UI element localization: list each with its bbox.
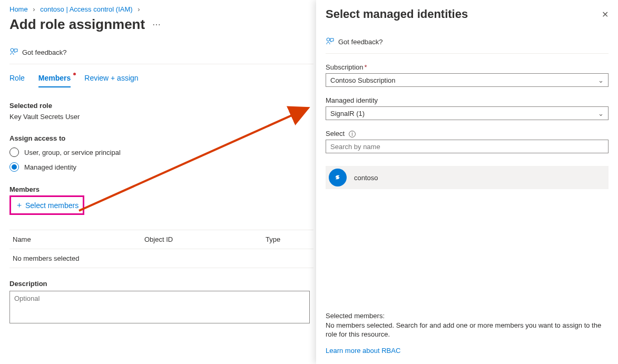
radio-principal-label: User, group, or service principal	[24, 149, 121, 156]
chevron-down-icon: ⌄	[598, 76, 604, 84]
panel-feedback-link[interactable]: Got feedback?	[326, 37, 609, 54]
tab-members[interactable]: Members	[38, 74, 71, 87]
feedback-icon	[9, 47, 18, 57]
chevron-right-icon: ›	[138, 5, 140, 13]
feedback-icon	[326, 37, 334, 47]
description-input[interactable]	[9, 291, 310, 323]
subscription-label: Subscription*	[326, 63, 609, 71]
description-label: Description	[9, 280, 313, 288]
col-type: Type	[266, 235, 310, 243]
tab-review[interactable]: Review + assign	[84, 74, 138, 87]
managed-identity-value: SignalR (1)	[330, 110, 365, 117]
tabs: Role Members Review + assign	[9, 74, 313, 88]
subscription-value: Contoso Subscription	[330, 76, 396, 84]
breadcrumb-item[interactable]: contoso | Access control (IAM)	[40, 5, 132, 13]
selected-role-label: Selected role	[9, 102, 313, 110]
radio-principal[interactable]: User, group, or service principal	[9, 147, 313, 157]
col-name: Name	[13, 235, 144, 243]
info-icon[interactable]: i	[349, 131, 356, 137]
selected-members-header: Selected members:	[326, 312, 609, 320]
close-icon[interactable]: ✕	[602, 9, 609, 19]
radio-mi-label: Managed identity	[24, 163, 76, 171]
learn-more-link[interactable]: Learn more about RBAC	[326, 347, 400, 355]
radio-icon	[9, 147, 19, 157]
svg-point-2	[327, 38, 330, 41]
selected-members-msg: No members selected. Search for and add …	[326, 321, 609, 339]
panel-title: Select managed identities	[326, 7, 468, 21]
select-label: Select i	[326, 130, 609, 137]
subscription-dropdown[interactable]: Contoso Subscription ⌄	[326, 73, 609, 87]
assign-access-label: Assign access to	[9, 134, 313, 142]
members-empty: No members selected	[13, 254, 79, 262]
members-table: Name Object ID Type No members selected	[9, 230, 313, 268]
feedback-link[interactable]: Got feedback?	[9, 47, 313, 64]
radio-managed-identity[interactable]: Managed identity	[9, 162, 313, 172]
identity-result-name: contoso	[354, 174, 378, 182]
tab-members-label: Members	[38, 74, 71, 82]
more-menu-icon[interactable]: ⋯	[152, 19, 161, 29]
search-input[interactable]	[326, 140, 609, 153]
tab-role[interactable]: Role	[9, 74, 25, 87]
feedback-label: Got feedback?	[22, 48, 67, 56]
select-members-label: Select members	[25, 201, 79, 210]
page-title: Add role assignment	[9, 16, 145, 33]
plus-icon: ＋	[15, 200, 23, 210]
svg-point-0	[11, 48, 14, 52]
breadcrumb-home[interactable]: Home	[9, 5, 28, 13]
members-label: Members	[9, 185, 313, 193]
select-members-button[interactable]: ＋ Select members	[9, 195, 84, 215]
radio-checked-icon	[9, 162, 19, 172]
managed-identity-label: Managed identity	[326, 96, 609, 104]
breadcrumb: Home › contoso | Access control (IAM) ›	[9, 5, 313, 13]
identity-result[interactable]: contoso	[326, 166, 609, 189]
col-object-id: Object ID	[144, 235, 266, 243]
panel-feedback-label: Got feedback?	[338, 38, 383, 46]
selected-role-value: Key Vault Secrets User	[9, 113, 313, 121]
signalr-icon	[329, 169, 347, 186]
chevron-right-icon: ›	[33, 5, 35, 13]
alert-dot-icon	[73, 73, 76, 75]
chevron-down-icon: ⌄	[598, 110, 604, 117]
managed-identity-dropdown[interactable]: SignalR (1) ⌄	[326, 106, 609, 120]
